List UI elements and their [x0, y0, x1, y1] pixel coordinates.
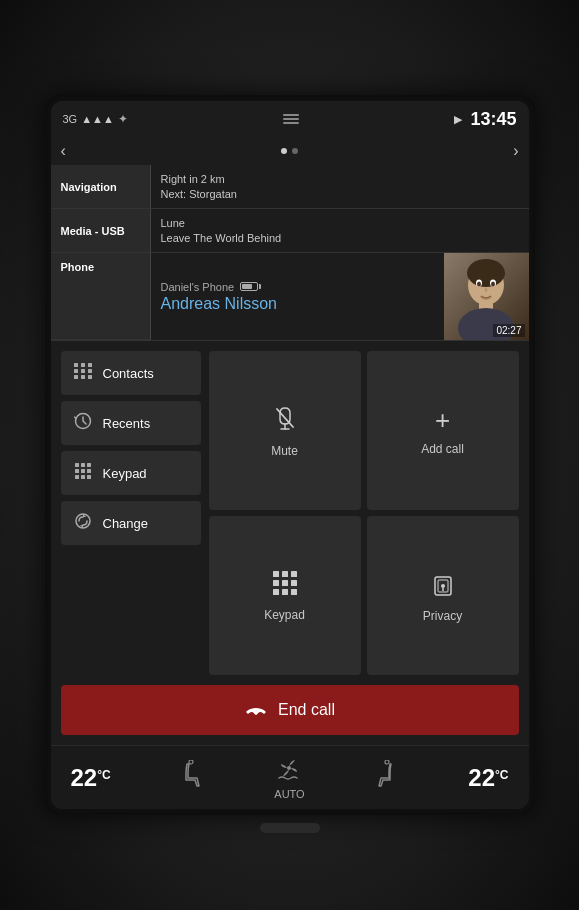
- dot-2: [292, 148, 298, 154]
- media-track: Leave The World Behind: [161, 231, 519, 245]
- svg-rect-36: [273, 571, 279, 577]
- mute-button[interactable]: Mute: [209, 351, 361, 510]
- svg-rect-38: [291, 571, 297, 577]
- car-frame: 3G ▲▲▲ ✦ ▶ 13:45 ‹: [0, 0, 579, 910]
- seat-left-icon: [181, 760, 203, 795]
- svg-point-51: [385, 760, 389, 764]
- add-call-icon: +: [435, 405, 450, 436]
- phone-device-name: Daniel's Phone: [161, 281, 235, 293]
- battery-icon: [240, 282, 258, 291]
- navigation-content: Right in 2 km Next: Storgatan: [151, 165, 529, 208]
- svg-rect-40: [282, 580, 288, 586]
- seat-left-area: [181, 760, 203, 795]
- svg-rect-37: [282, 571, 288, 577]
- svg-rect-42: [273, 589, 279, 595]
- svg-rect-43: [282, 589, 288, 595]
- privacy-label: Privacy: [423, 609, 462, 623]
- navigation-row: Navigation Right in 2 km Next: Storgatan: [51, 165, 529, 209]
- svg-rect-13: [74, 369, 78, 373]
- keypad-action-label: Keypad: [264, 608, 305, 622]
- svg-rect-41: [291, 580, 297, 586]
- screen-bezel: 3G ▲▲▲ ✦ ▶ 13:45 ‹: [45, 95, 535, 815]
- media-row: Media - USB Lune Leave The World Behind: [51, 209, 529, 253]
- end-call-label: End call: [278, 701, 335, 719]
- bluetooth-icon: ✦: [118, 112, 128, 126]
- svg-rect-39: [273, 580, 279, 586]
- svg-point-8: [477, 281, 481, 286]
- phone-section-label: Phone: [61, 261, 95, 273]
- recents-button[interactable]: Recents: [61, 401, 201, 445]
- signal-bars: ▲▲▲: [81, 113, 114, 125]
- ctrl-row-top: Mute + Add call: [209, 351, 519, 510]
- keypad-left-button[interactable]: Keypad: [61, 451, 201, 495]
- svg-rect-23: [87, 463, 91, 467]
- svg-rect-26: [87, 469, 91, 473]
- change-icon: [73, 512, 93, 534]
- contact-photo-inner: 02:27: [444, 253, 529, 340]
- contacts-button[interactable]: Contacts: [61, 351, 201, 395]
- seat-right-icon: [375, 760, 397, 795]
- temp-left: 22°C: [71, 764, 111, 792]
- phone-device-row: Daniel's Phone: [161, 281, 434, 293]
- svg-rect-25: [81, 469, 85, 473]
- svg-rect-19: [88, 375, 92, 379]
- status-bar: 3G ▲▲▲ ✦ ▶ 13:45: [51, 101, 529, 137]
- status-center: [283, 114, 299, 124]
- keypad-left-label: Keypad: [103, 466, 147, 481]
- signal-text: 3G: [63, 113, 78, 125]
- add-call-button[interactable]: + Add call: [367, 351, 519, 510]
- svg-rect-24: [75, 469, 79, 473]
- svg-point-10: [484, 288, 487, 292]
- controls-area: Contacts Recents: [51, 341, 529, 685]
- svg-rect-18: [88, 369, 92, 373]
- media-content: Lune Leave The World Behind: [151, 209, 529, 252]
- privacy-icon: [433, 569, 453, 603]
- media-artist: Lune: [161, 216, 519, 230]
- end-call-phone-icon: [244, 700, 268, 721]
- svg-rect-17: [88, 363, 92, 367]
- ctrl-row-bottom: Keypad: [209, 516, 519, 675]
- svg-rect-15: [74, 375, 78, 379]
- recents-icon: [73, 412, 93, 434]
- keypad-action-button[interactable]: Keypad: [209, 516, 361, 675]
- navigation-label: Navigation: [51, 165, 151, 208]
- nav-arrows-bar: ‹ ›: [51, 137, 529, 165]
- svg-rect-11: [74, 363, 78, 367]
- auto-label: AUTO: [274, 788, 304, 800]
- mute-icon: [272, 404, 298, 438]
- add-call-label: Add call: [421, 442, 464, 456]
- temp-left-unit: °C: [97, 768, 110, 782]
- seat-right-area: [375, 760, 397, 795]
- play-icon: ▶: [454, 113, 462, 126]
- svg-point-50: [287, 766, 291, 770]
- privacy-button[interactable]: Privacy: [367, 516, 519, 675]
- svg-point-9: [491, 281, 495, 286]
- media-label: Media - USB: [51, 209, 151, 252]
- mute-label: Mute: [271, 444, 298, 458]
- svg-point-5: [467, 259, 505, 287]
- clock: 13:45: [470, 109, 516, 130]
- svg-rect-22: [81, 463, 85, 467]
- climate-bar: 22°C: [51, 745, 529, 809]
- navigation-next: Next: Storgatan: [161, 187, 519, 201]
- end-call-button[interactable]: End call: [61, 685, 519, 735]
- recents-label: Recents: [103, 416, 151, 431]
- svg-point-47: [441, 584, 445, 588]
- contact-photo: 02:27: [444, 253, 529, 340]
- right-controls: Mute + Add call: [209, 351, 519, 675]
- handle: [260, 823, 320, 833]
- change-button[interactable]: Change: [61, 501, 201, 545]
- phone-header: Phone Daniel's Phone Andreas Nilsson: [51, 253, 529, 341]
- svg-rect-28: [81, 475, 85, 479]
- svg-rect-44: [291, 589, 297, 595]
- svg-rect-29: [87, 475, 91, 479]
- menu-lines-icon: [283, 114, 299, 124]
- svg-point-49: [189, 760, 193, 764]
- svg-rect-21: [75, 463, 79, 467]
- nav-forward-arrow[interactable]: ›: [513, 142, 518, 160]
- keypad-action-icon: [272, 570, 298, 602]
- nav-back-arrow[interactable]: ‹: [61, 142, 66, 160]
- status-left: 3G ▲▲▲ ✦: [63, 112, 128, 126]
- navigation-direction: Right in 2 km: [161, 172, 519, 186]
- change-label: Change: [103, 516, 149, 531]
